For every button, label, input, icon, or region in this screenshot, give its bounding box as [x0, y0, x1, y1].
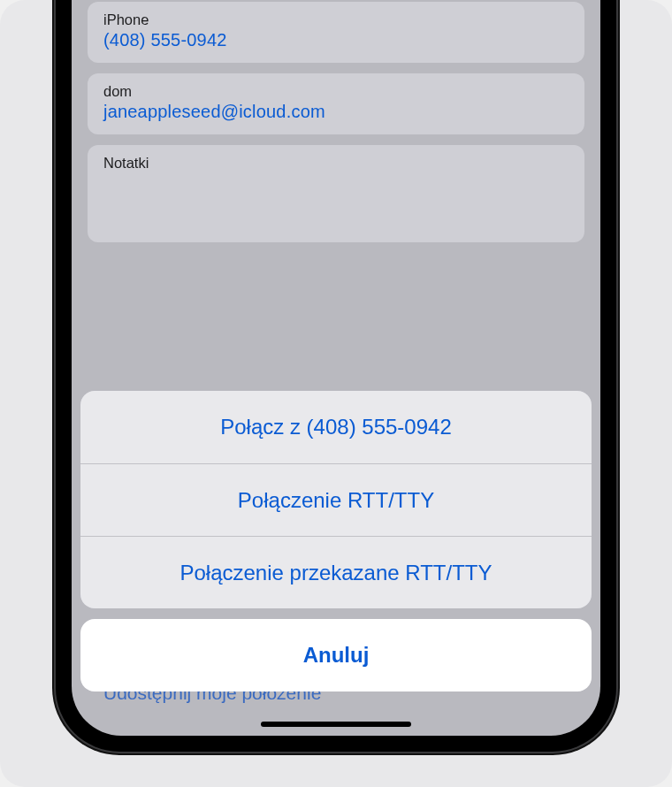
iphone-inner-bezel: iPhone (408) 555-0942 dom janeappleseed@… [68, 0, 604, 739]
email-field-label: dom [103, 83, 569, 100]
action-rtt-tty-call[interactable]: Połączenie RTT/TTY [80, 463, 592, 536]
phone-field-card[interactable]: iPhone (408) 555-0942 [88, 2, 584, 63]
cancel-button[interactable]: Anuluj [80, 619, 592, 691]
phone-field-label: iPhone [103, 11, 569, 28]
action-call-number[interactable]: Połącz z (408) 555-0942 [80, 391, 592, 463]
home-indicator[interactable] [261, 722, 411, 727]
email-field-card[interactable]: dom janeappleseed@icloud.com [88, 73, 584, 134]
action-rtt-tty-relay-call[interactable]: Połączenie przekazane RTT/TTY [80, 536, 592, 608]
iphone-screen: iPhone (408) 555-0942 dom janeappleseed@… [72, 0, 600, 736]
notes-field-card[interactable]: Notatki [88, 145, 584, 242]
notes-field-label: Notatki [103, 155, 569, 172]
action-sheet-container: Połącz z (408) 555-0942 Połączenie RTT/T… [72, 391, 600, 691]
phone-field-value[interactable]: (408) 555-0942 [103, 30, 569, 50]
iphone-frame: iPhone (408) 555-0942 dom janeappleseed@… [56, 0, 616, 752]
page-background: iPhone (408) 555-0942 dom janeappleseed@… [0, 0, 672, 787]
action-sheet: Połącz z (408) 555-0942 Połączenie RTT/T… [80, 391, 592, 608]
email-field-value[interactable]: janeappleseed@icloud.com [103, 102, 569, 122]
